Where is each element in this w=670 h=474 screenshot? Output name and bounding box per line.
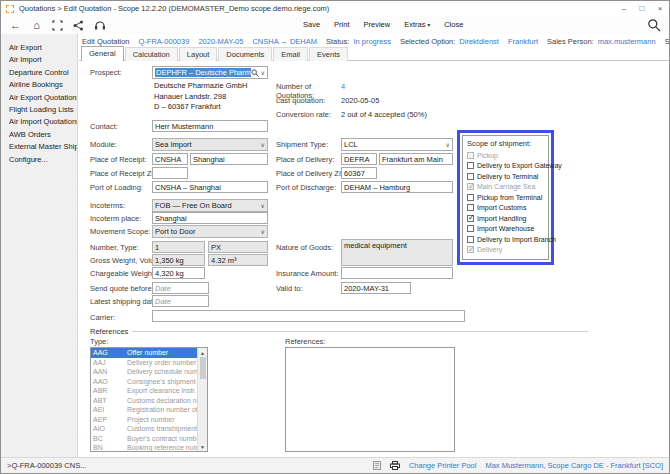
search-icon[interactable] xyxy=(647,18,661,32)
reference-type-row[interactable]: AAG Offer number xyxy=(91,348,197,358)
reference-type-row[interactable]: AIO Customs transhipment nu... xyxy=(91,424,197,434)
place-of-receipt-name-field[interactable] xyxy=(190,153,268,165)
scope-checkbox-row[interactable]: Import Warehouse xyxy=(467,224,546,235)
incoterms-dropdown[interactable]: FOB — Free On Board ∨ xyxy=(152,199,268,212)
breadcrumb-part[interactable]: CNSHA → DEHAM xyxy=(252,37,317,46)
sidebar-item[interactable]: External Master Ship... xyxy=(1,141,77,153)
send-quote-before-field[interactable] xyxy=(152,282,209,294)
movement-scope-dropdown[interactable]: Port to Door ∨ xyxy=(152,225,268,238)
tab[interactable]: General xyxy=(81,46,124,61)
scope-checkbox-row[interactable]: Pickup from Terminal xyxy=(467,192,546,203)
checkbox-icon[interactable] xyxy=(467,162,474,169)
checkbox-icon[interactable] xyxy=(467,152,474,159)
printer-icon[interactable] xyxy=(390,461,400,470)
scope-checkbox-row[interactable]: Pickup xyxy=(467,150,546,161)
listbox-scrollbar[interactable]: ▲ ▼ xyxy=(197,348,207,451)
sidebar-item[interactable]: AWB Orders xyxy=(1,129,77,141)
tab[interactable]: Documents xyxy=(218,47,272,61)
scrollbar-track[interactable] xyxy=(198,379,207,442)
breadcrumb-part[interactable]: Selected Option: xyxy=(400,37,455,46)
breadcrumb-part[interactable]: Sales Person: xyxy=(547,37,594,46)
scope-checkbox-row[interactable]: Delivery xyxy=(467,245,546,256)
tab[interactable]: Layout xyxy=(179,47,218,61)
place-of-delivery-name-field[interactable] xyxy=(379,153,453,165)
module-dropdown[interactable]: Sea Import ∨ xyxy=(152,138,268,151)
place-of-delivery-code-field[interactable] xyxy=(341,153,377,165)
chargeable-weight-field[interactable] xyxy=(152,267,205,279)
toolbar-action-button[interactable]: Print xyxy=(334,20,349,29)
sidebar-item[interactable]: Air Export Quotations xyxy=(1,92,77,104)
valid-to-field[interactable] xyxy=(341,282,411,294)
references-textarea[interactable] xyxy=(285,347,455,452)
insurance-amount-field[interactable] xyxy=(341,267,453,279)
sidebar-item[interactable]: Flight Loading Lists xyxy=(1,104,77,116)
breadcrumb-part[interactable]: Edit Quotation xyxy=(82,37,130,46)
scope-checkbox-row[interactable]: Delivery to Import Branch xyxy=(467,234,546,245)
reference-type-row[interactable]: AAJ Delivery order number xyxy=(91,358,197,368)
incoterm-place-field[interactable] xyxy=(152,212,268,224)
checkbox-icon[interactable] xyxy=(467,194,474,201)
scroll-down-icon[interactable]: ▼ xyxy=(198,442,207,451)
sidebar-item[interactable]: Airline Bookings xyxy=(1,79,77,91)
logged-in-user[interactable]: Max Mustermann, Scope Cargo DE - Frankfu… xyxy=(485,461,663,470)
scroll-up-icon[interactable]: ▲ xyxy=(198,348,207,357)
checkbox-icon[interactable] xyxy=(467,215,474,222)
reference-type-row[interactable]: ABT Customs declaration num... xyxy=(91,396,197,406)
session-tab[interactable]: >Q-FRA-000039 CNS... xyxy=(1,461,86,470)
sidebar-item[interactable]: Air Export xyxy=(1,42,77,54)
reference-type-row[interactable]: AAN Delivery schedule number xyxy=(91,367,197,377)
tab[interactable]: Calculation xyxy=(125,47,178,61)
back-icon[interactable]: ← xyxy=(9,19,22,32)
headset-icon[interactable] xyxy=(93,19,106,32)
lookup-magnifier-icon[interactable] xyxy=(251,69,259,77)
breadcrumb-part[interactable]: Frankfurt xyxy=(508,37,538,46)
close-window-button[interactable]: × xyxy=(651,1,669,16)
toolbar-action-button[interactable]: Preview xyxy=(364,20,391,29)
breadcrumb-part[interactable]: In progress xyxy=(353,37,391,46)
checkbox-icon[interactable] xyxy=(467,225,474,232)
maximize-button[interactable]: □ xyxy=(633,1,651,16)
tab[interactable]: Email xyxy=(273,47,308,61)
carrier-field[interactable] xyxy=(152,310,465,322)
scope-checkbox-row[interactable]: Main Carriage Sea xyxy=(467,182,546,193)
reference-type-row[interactable]: BN Booking reference number xyxy=(91,443,197,451)
breadcrumb-part[interactable]: max.mustermann xyxy=(598,37,656,46)
breadcrumb-part[interactable]: 2020-MAY-05 xyxy=(198,37,243,46)
port-of-loading-field[interactable] xyxy=(152,181,268,193)
sidebar-item[interactable]: Configure... xyxy=(1,154,77,166)
chevron-down-icon[interactable]: ∨ xyxy=(261,69,265,76)
shipment-type-dropdown[interactable]: LCL ∨ xyxy=(341,138,453,151)
toolbar-action-button[interactable]: Extras xyxy=(404,20,430,29)
scope-checkbox-row[interactable]: Delivery to Terminal xyxy=(467,171,546,182)
prospect-combobox[interactable]: DEPHFR – Deutsche Pharmazie GmbH ∨ xyxy=(152,66,268,79)
print-queue-icon[interactable] xyxy=(373,461,381,470)
toolbar-action-button[interactable]: Close xyxy=(444,20,463,29)
reference-type-row[interactable]: BC Buyer's contract number xyxy=(91,434,197,444)
scope-checkbox-row[interactable]: Import Customs xyxy=(467,203,546,214)
sidebar-item[interactable]: Departure Control xyxy=(1,67,77,79)
sidebar-item[interactable]: Air Import xyxy=(1,54,77,66)
checkbox-icon[interactable] xyxy=(467,204,474,211)
sidebar-item[interactable]: Air Import Quotations xyxy=(1,116,77,128)
place-of-delivery-zip-field[interactable] xyxy=(341,167,377,179)
breadcrumb-part[interactable]: Direktdienst xyxy=(459,37,499,46)
checkbox-icon[interactable] xyxy=(467,236,474,243)
reference-type-row[interactable]: AAO Consignee's shipment ref... xyxy=(91,377,197,387)
minimize-button[interactable]: – xyxy=(615,1,633,16)
scope-checkbox-row[interactable]: Import Handling xyxy=(467,213,546,224)
toolbar-action-button[interactable]: Save xyxy=(303,20,320,29)
breadcrumb-part[interactable]: Status: xyxy=(326,37,349,46)
contact-field[interactable] xyxy=(152,120,268,132)
home-icon[interactable]: ⌂ xyxy=(30,19,43,32)
reference-type-row[interactable]: AEP Project number xyxy=(91,415,197,425)
reference-type-row[interactable]: ABR Export clearance instr. ref... xyxy=(91,386,197,396)
tab[interactable]: Events xyxy=(309,47,348,61)
place-of-receipt-zip-field[interactable] xyxy=(152,167,188,179)
scope-checkbox-row[interactable]: Delivery to Export Gateway xyxy=(467,161,546,172)
latest-shipping-date-field[interactable] xyxy=(152,295,209,307)
expand-icon[interactable] xyxy=(51,19,64,32)
breadcrumb-part[interactable]: Q-FRA-000039 xyxy=(139,37,190,46)
port-of-discharge-field[interactable] xyxy=(341,181,453,193)
place-of-receipt-code-field[interactable] xyxy=(152,153,188,165)
breadcrumb-part[interactable]: Shipment: xyxy=(665,37,670,46)
